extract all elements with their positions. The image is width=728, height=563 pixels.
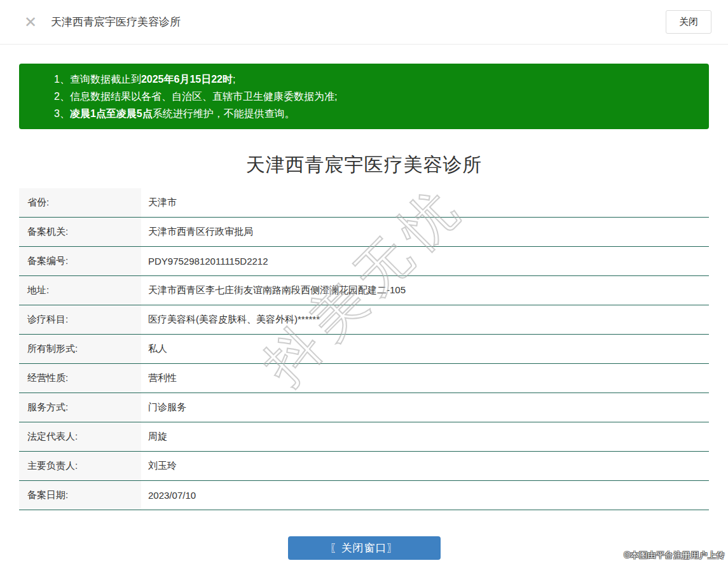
window-title: 天津西青宸宇医疗美容诊所: [51, 15, 666, 29]
field-label: 服务方式:: [19, 393, 141, 422]
notice-box: 1、查询数据截止到2025年6月15日22时;2、信息数据结果以各省、自治区、直…: [19, 64, 709, 129]
field-value: 天津市西青区行政审批局: [141, 218, 709, 246]
notice-item: 1、查询数据截止到2025年6月15日22时;: [54, 71, 696, 88]
field-value: PDY97529812011115D2212: [141, 247, 709, 275]
field-value: 天津市西青区李七庄街友谊南路南段西侧澄澜花园配建二-105: [141, 276, 709, 305]
field-label: 法定代表人:: [19, 422, 141, 451]
field-value: 私人: [141, 335, 709, 363]
field-value: 周旋: [141, 422, 709, 451]
close-button[interactable]: 关闭: [666, 10, 711, 34]
field-label: 备案机关:: [19, 218, 141, 246]
table-row: 地址:天津市西青区李七庄街友谊南路南段西侧澄澜花园配建二-105: [19, 276, 709, 305]
table-row: 备案机关:天津市西青区行政审批局: [19, 218, 709, 247]
table-row: 所有制形式:私人: [19, 335, 709, 364]
field-label: 经营性质:: [19, 364, 141, 393]
table-row: 服务方式:门诊服务: [19, 393, 709, 422]
table-row: 经营性质:营利性: [19, 364, 709, 393]
table-row: 省份:天津市: [19, 188, 709, 218]
field-value: 营利性: [141, 364, 709, 393]
field-label: 所有制形式:: [19, 335, 141, 363]
field-label: 主要负责人:: [19, 452, 141, 480]
field-label: 备案编号:: [19, 247, 141, 275]
table-row: 备案日期:2023/07/10: [19, 481, 709, 510]
table-row: 诊疗科目:医疗美容科(美容皮肤科、美容外科)******: [19, 305, 709, 335]
close-window-button[interactable]: 〖关闭窗口〗: [288, 536, 441, 560]
table-row: 主要负责人:刘玉玲: [19, 452, 709, 481]
close-x-icon[interactable]: ✕: [24, 15, 37, 30]
window-header: ✕ 天津西青宸宇医疗美容诊所 关闭: [0, 0, 728, 45]
notice-item: 2、信息数据结果以各省、自治区、直辖市卫生健康委数据为准;: [54, 88, 696, 105]
copyright-text: ©本图由平台注册用户上传: [624, 550, 725, 561]
page-title: 天津西青宸宇医疗美容诊所: [0, 152, 728, 178]
field-label: 备案日期:: [19, 481, 141, 510]
field-label: 省份:: [19, 188, 141, 217]
notice-item: 3、凌晨1点至凌晨5点系统进行维护，不能提供查询。: [54, 105, 696, 122]
field-label: 地址:: [19, 276, 141, 305]
field-value: 刘玉玲: [141, 452, 709, 480]
table-row: 法定代表人:周旋: [19, 422, 709, 452]
field-value: 医疗美容科(美容皮肤科、美容外科)******: [141, 305, 709, 334]
field-value: 门诊服务: [141, 393, 709, 422]
field-value: 天津市: [141, 188, 709, 217]
info-table: 省份:天津市备案机关:天津市西青区行政审批局备案编号:PDY9752981201…: [19, 188, 709, 510]
field-value: 2023/07/10: [141, 481, 709, 510]
field-label: 诊疗科目:: [19, 305, 141, 334]
table-row: 备案编号:PDY97529812011115D2212: [19, 247, 709, 276]
